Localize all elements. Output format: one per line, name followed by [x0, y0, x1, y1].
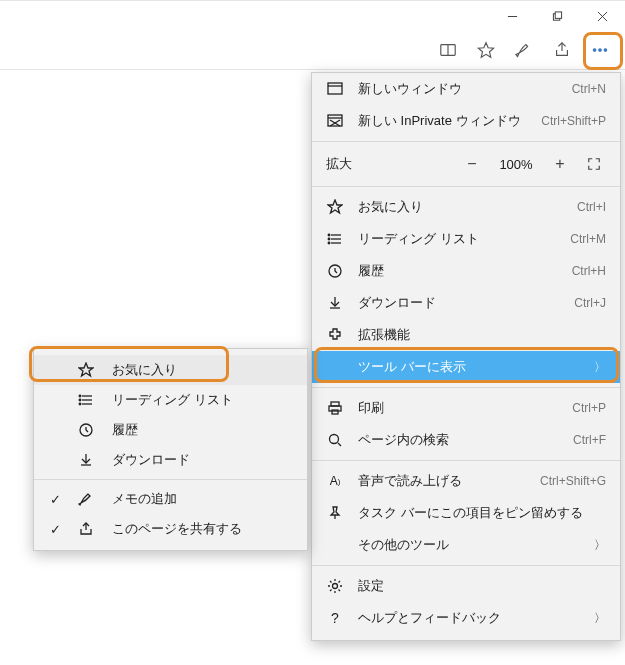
blank-icon — [326, 536, 344, 554]
minimize-button[interactable] — [490, 1, 535, 31]
menu-label: ダウンロード — [358, 294, 560, 312]
svg-point-8 — [593, 48, 596, 51]
close-button[interactable] — [580, 1, 625, 31]
svg-rect-2 — [555, 11, 561, 17]
menu-settings[interactable]: 設定 — [312, 570, 620, 602]
more-menu: 新しいウィンドウ Ctrl+N 新しい InPrivate ウィンドウ Ctrl… — [311, 72, 621, 641]
history-icon — [76, 421, 96, 439]
history-icon — [326, 262, 344, 280]
submenu-label: 履歴 — [112, 421, 293, 439]
pen-icon — [76, 490, 96, 508]
svg-point-29 — [330, 435, 339, 444]
submenu-label: ダウンロード — [112, 451, 293, 469]
list-icon — [76, 391, 96, 409]
menu-read-aloud[interactable]: A) 音声で読み上げる Ctrl+Shift+G — [312, 465, 620, 497]
menu-pin-taskbar[interactable]: タスク バーにこの項目をピン留めする — [312, 497, 620, 529]
menu-extensions[interactable]: 拡張機能 — [312, 319, 620, 351]
pen-icon[interactable] — [505, 31, 543, 69]
menu-separator — [312, 460, 620, 461]
menu-shortcut: Ctrl+N — [572, 82, 606, 96]
maximize-button[interactable] — [535, 1, 580, 31]
extensions-icon — [326, 326, 344, 344]
menu-label: 新しいウィンドウ — [358, 80, 558, 98]
fullscreen-icon[interactable] — [582, 157, 606, 171]
menu-label: 新しい InPrivate ウィンドウ — [358, 112, 527, 130]
chevron-right-icon: 〉 — [592, 359, 606, 376]
zoom-out-button[interactable]: − — [460, 155, 484, 173]
menu-shortcut: Ctrl+P — [572, 401, 606, 415]
svg-point-9 — [599, 48, 602, 51]
menu-shortcut: Ctrl+Shift+P — [541, 114, 606, 128]
submenu-reading-list[interactable]: リーディング リスト — [34, 385, 307, 415]
submenu-downloads[interactable]: ダウンロード — [34, 445, 307, 475]
submenu-separator — [34, 479, 307, 480]
menu-shortcut: Ctrl+J — [574, 296, 606, 310]
zoom-value: 100% — [494, 157, 538, 172]
menu-shortcut: Ctrl+F — [573, 433, 606, 447]
favorite-star-icon[interactable] — [467, 31, 505, 69]
menu-more-tools[interactable]: その他のツール 〉 — [312, 529, 620, 561]
menu-zoom-row: 拡大 − 100% + — [312, 146, 620, 182]
svg-point-22 — [328, 238, 330, 240]
menu-shortcut: Ctrl+H — [572, 264, 606, 278]
menu-new-private[interactable]: 新しい InPrivate ウィンドウ Ctrl+Shift+P — [312, 105, 620, 137]
menu-favorites[interactable]: お気に入り Ctrl+I — [312, 191, 620, 223]
window-icon — [326, 80, 344, 98]
menu-new-window[interactable]: 新しいウィンドウ Ctrl+N — [312, 73, 620, 105]
svg-marker-33 — [79, 363, 93, 376]
read-aloud-icon: A) — [326, 472, 344, 490]
menu-downloads[interactable]: ダウンロード Ctrl+J — [312, 287, 620, 319]
menu-print[interactable]: 印刷 Ctrl+P — [312, 392, 620, 424]
menu-label: 音声で読み上げる — [358, 472, 526, 490]
menu-separator — [312, 565, 620, 566]
blank-icon — [326, 358, 344, 376]
svg-marker-17 — [328, 200, 342, 213]
print-icon — [326, 399, 344, 417]
menu-history[interactable]: 履歴 Ctrl+H — [312, 255, 620, 287]
menu-label: ツール バーに表示 — [358, 358, 578, 376]
menu-label: リーディング リスト — [358, 230, 556, 248]
menu-label: 設定 — [358, 577, 606, 595]
svg-point-38 — [79, 399, 81, 401]
gear-icon — [326, 577, 344, 595]
svg-point-10 — [604, 48, 607, 51]
menu-show-in-toolbar[interactable]: ツール バーに表示 〉 — [312, 351, 620, 383]
check-icon: ✓ — [48, 492, 62, 507]
more-icon[interactable] — [581, 31, 619, 69]
svg-point-39 — [79, 403, 81, 405]
share-icon[interactable] — [543, 31, 581, 69]
menu-label: その他のツール — [358, 536, 578, 554]
toolbar-submenu: お気に入り リーディング リスト 履歴 ダウンロード ✓ メモの追加 ✓ このペ… — [33, 348, 308, 551]
svg-point-32 — [333, 584, 338, 589]
menu-label: ヘルプとフィードバック — [358, 609, 578, 627]
zoom-label: 拡大 — [326, 155, 450, 173]
zoom-in-button[interactable]: + — [548, 155, 572, 173]
download-icon — [76, 451, 96, 469]
submenu-share-page[interactable]: ✓ このページを共有する — [34, 514, 307, 544]
menu-reading-list[interactable]: リーディング リスト Ctrl+M — [312, 223, 620, 255]
download-icon — [326, 294, 344, 312]
submenu-favorites[interactable]: お気に入り — [34, 355, 307, 385]
window-titlebar — [0, 0, 625, 30]
submenu-label: お気に入り — [112, 361, 293, 379]
star-icon — [326, 198, 344, 216]
menu-separator — [312, 186, 620, 187]
menu-shortcut: Ctrl+I — [577, 200, 606, 214]
submenu-label: メモの追加 — [112, 490, 293, 508]
svg-point-21 — [328, 234, 330, 236]
menu-label: 拡張機能 — [358, 326, 606, 344]
menu-separator — [312, 141, 620, 142]
svg-rect-11 — [328, 83, 342, 94]
menu-label: ページ内の検索 — [358, 431, 559, 449]
share-icon — [76, 520, 96, 538]
chevron-right-icon: 〉 — [592, 610, 606, 627]
reading-view-icon[interactable] — [429, 31, 467, 69]
menu-find[interactable]: ページ内の検索 Ctrl+F — [312, 424, 620, 456]
menu-help[interactable]: ? ヘルプとフィードバック 〉 — [312, 602, 620, 634]
svg-rect-28 — [332, 410, 338, 414]
submenu-add-note[interactable]: ✓ メモの追加 — [34, 484, 307, 514]
check-icon: ✓ — [48, 522, 62, 537]
svg-point-37 — [79, 395, 81, 397]
menu-label: タスク バーにこの項目をピン留めする — [358, 504, 606, 522]
submenu-history[interactable]: 履歴 — [34, 415, 307, 445]
